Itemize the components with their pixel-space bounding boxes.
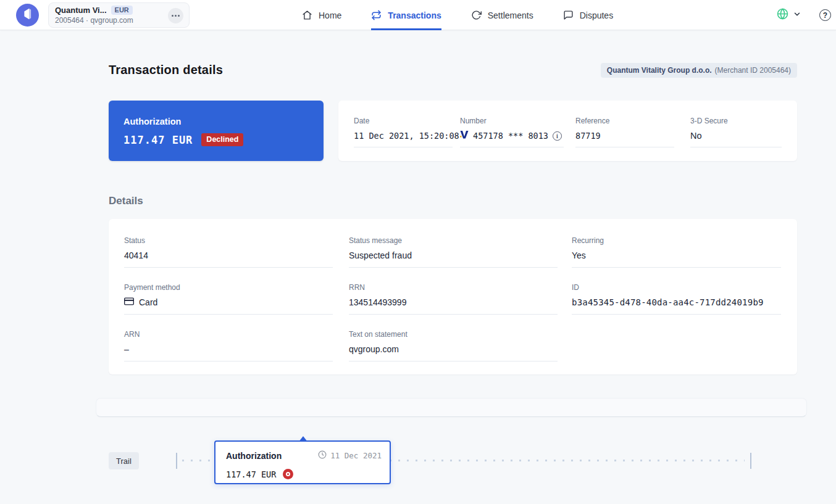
field-label: Number bbox=[460, 117, 575, 125]
declined-status-icon bbox=[283, 469, 293, 479]
nav-home-label: Home bbox=[319, 10, 341, 20]
field-status-message: Status message Suspected fraud bbox=[349, 236, 572, 283]
trail-label: Trail bbox=[109, 452, 139, 469]
main-nav: Home Transactions Settlements bbox=[302, 0, 613, 30]
field-label: Date bbox=[354, 117, 460, 125]
field-recurring: Recurring Yes bbox=[572, 236, 782, 283]
help-button[interactable]: ? bbox=[819, 9, 831, 21]
transactions-icon bbox=[371, 10, 382, 20]
header-actions: ? bbox=[777, 0, 831, 30]
brand-logo[interactable] bbox=[16, 4, 39, 27]
globe-icon bbox=[777, 8, 788, 22]
trail-event-title: Authorization bbox=[226, 451, 282, 461]
home-icon bbox=[302, 10, 312, 20]
field-label: Reference bbox=[575, 117, 690, 125]
field-rrn: RRN 134514493999 bbox=[349, 283, 572, 330]
field-value: 87719 bbox=[575, 130, 690, 141]
field-empty bbox=[572, 330, 782, 377]
field-3d-secure: 3-D Secure No bbox=[690, 117, 789, 161]
nav-settlements-label: Settlements bbox=[488, 10, 533, 20]
field-status: Status 40414 bbox=[124, 236, 349, 283]
tooltip-arrow-up bbox=[299, 436, 307, 442]
language-selector[interactable] bbox=[777, 8, 801, 22]
ellipsis-icon bbox=[172, 15, 173, 17]
authorization-summary-card: Authorization 117.47 EUR Declined bbox=[109, 101, 324, 161]
transaction-amount: 117.47 EUR bbox=[123, 134, 193, 146]
field-label: 3-D Secure bbox=[690, 117, 789, 125]
speaker-logo-icon bbox=[16, 2, 39, 28]
card-info-icon[interactable]: i bbox=[553, 131, 562, 141]
trail-event-amount: 117.47 EUR bbox=[226, 469, 276, 479]
field-value: No bbox=[690, 130, 789, 141]
timeline-start-tick bbox=[176, 453, 177, 469]
merchant-context-badge: Quantum Vitality Group d.o.o. (Merchant … bbox=[601, 63, 797, 78]
disputes-chat-icon bbox=[563, 10, 574, 20]
trail-event-card[interactable]: Authorization 11 Dec 2021 117.47 EUR bbox=[214, 440, 391, 484]
details-card: Status 40414 Status message Suspected fr… bbox=[109, 219, 797, 374]
merchant-name: Quantum Vi... bbox=[55, 6, 107, 15]
clock-icon bbox=[318, 450, 327, 461]
card-number-masked: 457178 *** 8013 bbox=[473, 131, 548, 141]
transaction-type: Authorization bbox=[123, 117, 181, 126]
nav-disputes[interactable]: Disputes bbox=[563, 0, 613, 30]
trail-scroll-track bbox=[96, 398, 807, 417]
details-section-heading: Details bbox=[109, 195, 143, 207]
field-date: Date 11 Dec 2021, 15:20:08 bbox=[354, 117, 460, 161]
status-badge: Declined bbox=[201, 133, 243, 146]
top-header: Quantum Vi... EUR 2005464 · qvgroup.com … bbox=[0, 0, 836, 30]
nav-transactions-label: Transactions bbox=[388, 10, 441, 20]
chevron-down-icon bbox=[793, 10, 801, 21]
field-card-number: Number 457178 *** 8013 i bbox=[460, 117, 575, 161]
field-text-on-statement: Text on statement qvgroup.com bbox=[349, 330, 572, 377]
nav-disputes-label: Disputes bbox=[580, 10, 613, 20]
merchant-switcher[interactable]: Quantum Vi... EUR 2005464 · qvgroup.com bbox=[48, 2, 190, 28]
field-reference: Reference 87719 bbox=[575, 117, 690, 161]
merchant-more-button[interactable] bbox=[168, 8, 183, 23]
visa-brand-icon bbox=[460, 131, 469, 141]
transaction-info-card: Date 11 Dec 2021, 15:20:08 Number 457178… bbox=[338, 101, 797, 161]
nav-transactions[interactable]: Transactions bbox=[371, 0, 441, 30]
merchant-currency-badge: EUR bbox=[111, 6, 133, 15]
nav-home[interactable]: Home bbox=[302, 0, 341, 30]
timeline-end-tick bbox=[750, 453, 751, 469]
question-mark-icon: ? bbox=[823, 11, 827, 20]
trail-event-date: 11 Dec 2021 bbox=[330, 451, 382, 460]
transaction-details-page: Quantum Vi... EUR 2005464 · qvgroup.com … bbox=[0, 0, 836, 504]
field-value: 11 Dec 2021, 15:20:08 bbox=[354, 130, 460, 141]
field-arn: ARN – bbox=[124, 330, 349, 377]
merchant-id-label: (Merchant ID 2005464) bbox=[715, 66, 791, 75]
settlements-refresh-icon bbox=[471, 10, 482, 20]
field-value: Card bbox=[139, 297, 157, 307]
page-title: Transaction details bbox=[109, 63, 223, 77]
nav-settlements[interactable]: Settlements bbox=[471, 0, 533, 30]
field-payment-method: Payment method Card bbox=[124, 283, 349, 330]
merchant-id-domain: 2005464 · qvgroup.com bbox=[55, 16, 183, 25]
card-icon bbox=[124, 297, 134, 307]
field-id: ID b3a45345-d478-40da-aa4c-717dd24019b9 bbox=[572, 283, 782, 330]
merchant-legal-name: Quantum Vitality Group d.o.o. bbox=[607, 66, 712, 75]
